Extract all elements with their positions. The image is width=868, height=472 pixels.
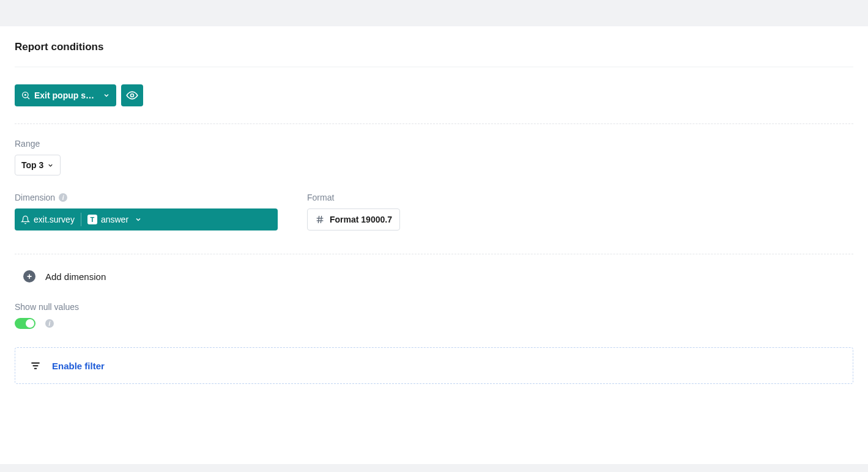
chevron-down-icon xyxy=(47,162,54,169)
dimension-property: T answer xyxy=(87,215,128,224)
dimension-format-row: Dimension i exit.survey T answer xyxy=(15,193,853,230)
info-icon[interactable]: i xyxy=(45,319,54,328)
panel-title: Report conditions xyxy=(15,41,853,67)
show-null-toggle[interactable] xyxy=(15,318,35,329)
hash-icon xyxy=(315,215,325,224)
svg-point-2 xyxy=(24,94,26,96)
text-type-badge: T xyxy=(87,215,97,224)
filter-icon xyxy=(30,360,41,371)
source-label: Exit popup su… xyxy=(34,90,99,100)
enable-filter-link[interactable]: Enable filter xyxy=(52,361,105,371)
svg-line-1 xyxy=(28,97,29,99)
range-label: Range xyxy=(15,139,853,149)
format-column: Format Format 19000.7 xyxy=(307,193,400,230)
plus-circle-icon: + xyxy=(23,270,35,282)
dimension-event-name: exit.survey xyxy=(34,215,75,224)
range-value: Top 3 xyxy=(21,160,43,170)
dimension-event: exit.survey xyxy=(21,215,75,224)
chip-divider xyxy=(81,213,81,226)
report-conditions-panel: Report conditions Exit popup su… xyxy=(0,26,868,464)
preview-button[interactable] xyxy=(121,84,143,106)
dimension-column: Dimension i exit.survey T answer xyxy=(15,193,278,230)
bell-icon xyxy=(21,215,30,224)
top-bar xyxy=(0,0,868,26)
source-select[interactable]: Exit popup su… xyxy=(15,84,116,106)
svg-line-7 xyxy=(321,216,321,223)
range-select[interactable]: Top 3 xyxy=(15,155,61,175)
chevron-down-icon xyxy=(135,216,142,223)
dimension-label: Dimension xyxy=(15,193,55,202)
divider xyxy=(15,124,853,124)
show-null-section: Show null values i xyxy=(15,302,853,329)
svg-line-6 xyxy=(318,216,319,223)
dimension-chip[interactable]: exit.survey T answer xyxy=(15,208,278,230)
format-label: Format xyxy=(307,193,400,202)
svg-rect-9 xyxy=(33,365,39,366)
info-icon[interactable]: i xyxy=(59,193,67,202)
dimension-label-row: Dimension i xyxy=(15,193,278,202)
range-section: Range Top 3 xyxy=(15,139,853,175)
toggle-knob xyxy=(26,319,34,328)
show-null-label: Show null values xyxy=(15,302,853,312)
search-insight-icon xyxy=(21,90,31,100)
eye-icon xyxy=(126,89,138,101)
svg-rect-8 xyxy=(31,363,40,364)
source-row: Exit popup su… xyxy=(15,84,853,106)
filter-box: Enable filter xyxy=(15,347,853,384)
add-dimension-label: Add dimension xyxy=(45,271,106,282)
dimension-property-name: answer xyxy=(101,215,128,224)
svg-point-3 xyxy=(131,94,134,97)
svg-rect-10 xyxy=(34,368,37,369)
format-value: Format 19000.7 xyxy=(330,215,392,224)
chevron-down-icon xyxy=(103,92,110,99)
format-select[interactable]: Format 19000.7 xyxy=(307,208,400,230)
add-dimension-button[interactable]: + Add dimension xyxy=(15,254,853,297)
